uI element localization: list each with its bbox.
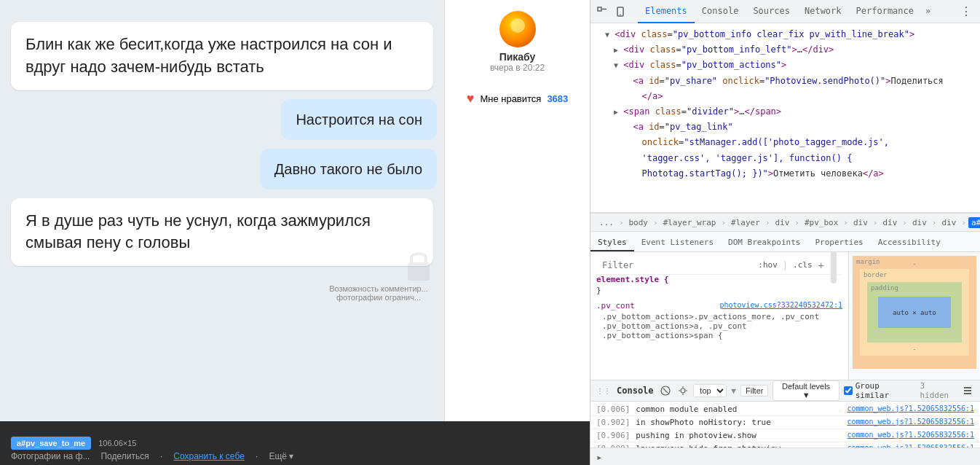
style-tabs: Styles Event Listeners DOM Breakpoints P…: [590, 232, 980, 252]
save-link[interactable]: Сохранить к себе: [173, 451, 245, 461]
context-select[interactable]: top: [693, 384, 727, 397]
svg-rect-14: [964, 393, 971, 394]
message-2: Настроится на сон: [281, 99, 437, 140]
html-line-6[interactable]: ▶ <span class="divider">…</span>: [590, 104, 980, 120]
likes-label: Мне нравится: [480, 93, 541, 104]
group-similar-label: Group similar: [855, 381, 916, 400]
tab-dom-breakpoints[interactable]: DOM Breakpoints: [721, 235, 807, 251]
breadcrumb-layer[interactable]: #layer: [728, 217, 763, 228]
rule-selector-2: photoview.css?332240532472:1 .pv_cont: [596, 301, 842, 310]
style-rule-1: element.style { }: [596, 275, 842, 295]
svg-rect-0: [408, 262, 430, 281]
avatar: [499, 11, 536, 47]
inspect-icon[interactable]: [594, 4, 610, 20]
bottom-bar: a#pv_save_to_me 106.06×15 Фотографии на …: [0, 421, 590, 465]
breadcrumb-selected[interactable]: a#pv_save_to_me: [968, 217, 980, 228]
more-link[interactable]: Ещё ▾: [269, 451, 293, 461]
message-4: Я в душе раз чуть не уснул, когда зажмур…: [11, 198, 433, 267]
svg-line-6: [663, 388, 668, 393]
photos-label: Фотографии на ф...: [11, 451, 90, 461]
log-time-1: [0.006]: [596, 405, 630, 414]
comment-notice: Возможность комментир... фотографии огра…: [324, 284, 433, 302]
group-similar-checkbox[interactable]: [844, 386, 853, 395]
rule-prop-2b: .pv_bottom_actions>a, .pv_cont: [596, 321, 842, 331]
html-line-2[interactable]: ▶ <div class="pv_bottom_info_left">…</di…: [590, 42, 980, 58]
breadcrumb-div1[interactable]: div: [772, 217, 792, 228]
html-line-5[interactable]: </a>: [590, 89, 980, 104]
tab-elements[interactable]: Elements: [638, 0, 695, 23]
like-section[interactable]: ♥ Мне нравится 3683: [467, 91, 569, 106]
filter-input[interactable]: [602, 260, 754, 270]
html-line-1[interactable]: ▼ <div class="pv_bottom_info clear_fix p…: [590, 27, 980, 42]
message-1-text: Блин как же бесит,когда уже настроился н…: [25, 35, 392, 76]
html-line-3[interactable]: ▼ <div class="pv_bottom_actions">: [590, 58, 980, 73]
comment-notice-text: Возможность комментир... фотографии огра…: [329, 284, 428, 302]
tab-accessibility[interactable]: Accessibility: [871, 235, 948, 251]
box-model: margin - border - padding - auto × auto …: [853, 256, 976, 369]
device-icon[interactable]: [612, 4, 628, 20]
rule-source-2[interactable]: photoview.css?332240532472:1: [719, 301, 842, 309]
tab-styles[interactable]: Styles: [590, 235, 634, 251]
console-bottom: ▸: [590, 448, 980, 465]
log-entry-3: [0.906] pushing in photoview.show common…: [590, 429, 980, 442]
html-line-7[interactable]: <a id="pv_tag_link": [590, 120, 980, 135]
expand-arrow[interactable]: ▸: [596, 451, 602, 463]
breadcrumb-div3[interactable]: div: [880, 217, 900, 228]
log-source-3[interactable]: common_web.js?1.52065832556:1: [847, 431, 974, 439]
box-model-panel: margin - border - padding - auto × auto …: [849, 252, 980, 380]
three-dots-menu[interactable]: ⋮: [956, 3, 976, 20]
message-3: Давно такого не было: [260, 149, 437, 189]
devtools-panel: Elements Console Sources Network Perform…: [590, 0, 980, 465]
console-settings-icon[interactable]: [962, 384, 974, 397]
log-message-3: pushing in photoview.show: [636, 431, 841, 440]
svg-rect-12: [964, 387, 971, 388]
tab-event-listeners[interactable]: Event Listeners: [634, 235, 721, 251]
filter-button[interactable]: Filter: [740, 385, 768, 396]
breadcrumb-div5[interactable]: div: [938, 217, 959, 228]
html-line-10[interactable]: Phototag.startTag(); })">Отметить челове…: [590, 166, 980, 181]
console-drag-icon: ⋮⋮: [596, 387, 611, 395]
tab-more[interactable]: »: [921, 0, 935, 23]
styles-left: :hov | .cls + element.style { } photovie…: [590, 252, 849, 380]
tab-network[interactable]: Network: [797, 0, 849, 23]
tab-properties[interactable]: Properties: [807, 235, 870, 251]
log-entry-1: [0.006] common module enabled common_web…: [590, 403, 980, 416]
console-header: ⋮⋮ Console top ▼ Filter Default levels ▼…: [590, 380, 980, 402]
html-line-4[interactable]: <a id="pv_share" onclick="Photoview.send…: [590, 74, 980, 89]
breadcrumb-div2[interactable]: div: [850, 217, 871, 228]
log-source-2[interactable]: common_web.js?1.52065832556:1: [847, 418, 974, 426]
settings-icon[interactable]: [676, 384, 689, 397]
lock-icon: [404, 248, 433, 286]
svg-rect-1: [598, 7, 601, 11]
svg-point-7: [681, 388, 685, 393]
log-source-1[interactable]: common_web.js?1.52065832556:1: [847, 405, 974, 413]
breadcrumb-layer-wrap[interactable]: #layer_wrap: [660, 217, 719, 228]
clear-console-icon[interactable]: [660, 384, 672, 397]
add-style-icon[interactable]: +: [818, 259, 824, 271]
tab-console[interactable]: Console: [695, 0, 746, 23]
message-1: Блин как же бесит,когда уже настроился н…: [11, 22, 433, 90]
cls-button[interactable]: .cls: [793, 260, 813, 270]
console-area: ⋮⋮ Console top ▼ Filter Default levels ▼…: [590, 380, 980, 465]
tab-sources[interactable]: Sources: [746, 0, 797, 23]
level-button[interactable]: Default levels ▼: [772, 380, 839, 401]
log-entry-2: [0.902] in showPhoto noHistory: true com…: [590, 416, 980, 429]
share-link[interactable]: Поделиться: [100, 451, 149, 461]
svg-point-4: [620, 14, 621, 15]
breadcrumb-dots[interactable]: ...: [596, 217, 617, 228]
log-message-1: common module enabled: [636, 405, 841, 414]
rule-selector-1: element.style {: [596, 275, 842, 284]
console-logs: [0.006] common module enabled common_web…: [590, 402, 980, 448]
tab-performance[interactable]: Performance: [849, 0, 921, 23]
breadcrumb-pvbox[interactable]: #pv_box: [802, 217, 841, 228]
breadcrumb-body[interactable]: body: [626, 217, 652, 228]
box-content: auto × auto: [878, 297, 951, 328]
element-size: 106.06×15: [98, 439, 136, 448]
html-line-9[interactable]: 'tagger.css', 'tagger.js'], function() {: [590, 151, 980, 166]
html-line-8[interactable]: onclick="stManager.add(['photo_tagger_mo…: [590, 135, 980, 150]
breadcrumb-div4[interactable]: div: [909, 217, 930, 228]
likes-count: 3683: [547, 93, 568, 104]
brand-name: Пикабу: [499, 51, 536, 63]
hov-button[interactable]: :hov: [758, 260, 778, 270]
log-time-2: [0.902]: [596, 418, 630, 427]
